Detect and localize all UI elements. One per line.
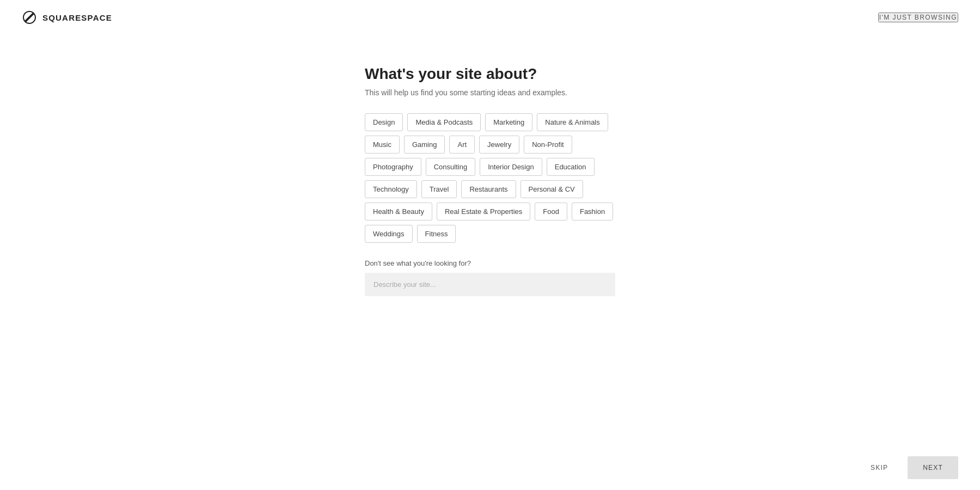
tag-technology[interactable]: Technology [365,180,417,198]
just-browsing-button[interactable]: I'M JUST BROWSING [878,13,958,22]
describe-site-input[interactable] [365,273,615,296]
tag-music[interactable]: Music [365,136,400,154]
tag-food[interactable]: Food [535,203,567,220]
tag-gaming[interactable]: Gaming [404,136,445,154]
footer: SKIP NEXT [0,445,980,490]
page-subtitle: This will help us find you some starting… [365,88,615,97]
tag-media-podcasts[interactable]: Media & Podcasts [407,113,481,131]
tags-container: DesignMedia & PodcastsMarketingNature & … [365,113,615,243]
main-content: What's your site about? This will help u… [0,0,980,318]
tag-art[interactable]: Art [449,136,475,154]
page-title: What's your site about? [365,65,615,83]
tag-design[interactable]: Design [365,113,403,131]
skip-button[interactable]: SKIP [862,458,897,477]
logo[interactable]: SQUARESPACE [22,10,112,25]
squarespace-logo-icon [22,10,37,25]
tag-non-profit[interactable]: Non-Profit [524,136,572,154]
tag-fashion[interactable]: Fashion [572,203,613,220]
tag-restaurants[interactable]: Restaurants [461,180,516,198]
tag-photography[interactable]: Photography [365,158,421,176]
tag-health-beauty[interactable]: Health & Beauty [365,203,432,220]
tag-nature-animals[interactable]: Nature & Animals [537,113,608,131]
tag-marketing[interactable]: Marketing [485,113,532,131]
tag-jewelry[interactable]: Jewelry [479,136,519,154]
custom-label: Don't see what you're looking for? [365,259,615,267]
tag-fitness[interactable]: Fitness [417,225,456,243]
content-area: What's your site about? This will help u… [365,65,615,318]
logo-text: SQUARESPACE [42,13,112,22]
tag-personal-cv[interactable]: Personal & CV [520,180,583,198]
tag-interior-design[interactable]: Interior Design [480,158,542,176]
tag-consulting[interactable]: Consulting [426,158,475,176]
next-button[interactable]: NEXT [908,456,958,479]
tag-travel[interactable]: Travel [421,180,457,198]
tag-weddings[interactable]: Weddings [365,225,413,243]
header: SQUARESPACE I'M JUST BROWSING [0,0,980,35]
tag-education[interactable]: Education [547,158,595,176]
custom-section: Don't see what you're looking for? [365,259,615,296]
tag-real-estate-properties[interactable]: Real Estate & Properties [437,203,530,220]
